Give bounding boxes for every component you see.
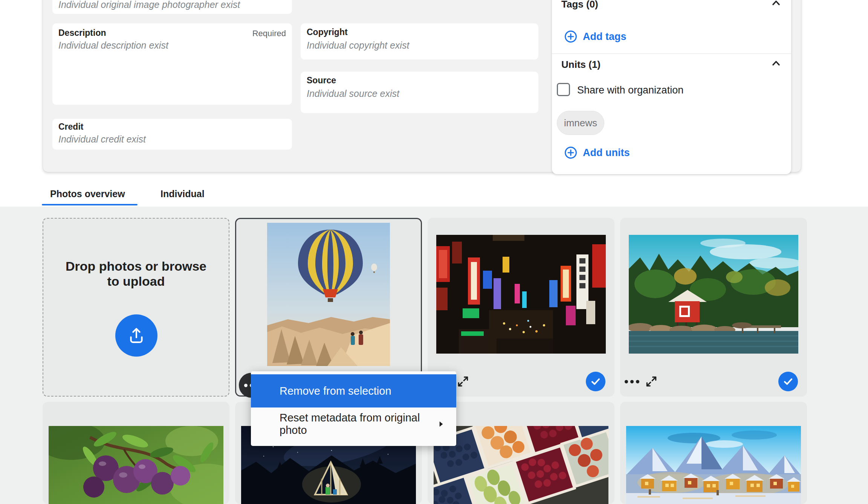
add-units-button[interactable]: Add units bbox=[564, 145, 630, 161]
photo-cabin[interactable] bbox=[629, 235, 798, 354]
selected-check-badge-tokyo[interactable] bbox=[586, 372, 605, 391]
unit-chip-label: imnews bbox=[564, 117, 597, 129]
unit-chip-imnews[interactable]: imnews bbox=[557, 111, 604, 135]
drop-photos-upload-zone[interactable] bbox=[43, 218, 229, 397]
chevron-up-icon bbox=[770, 0, 782, 9]
credit-placeholder: Individual credit exist bbox=[58, 134, 146, 145]
photo-balloon[interactable] bbox=[267, 223, 390, 366]
browse-upload-button[interactable] bbox=[115, 314, 157, 357]
credit-label: Credit bbox=[58, 122, 83, 132]
units-collapse-button[interactable] bbox=[770, 57, 782, 69]
selected-check-badge-cabin[interactable] bbox=[778, 372, 798, 391]
panel-divider bbox=[552, 54, 791, 54]
description-label: Description bbox=[58, 28, 106, 38]
upload-icon bbox=[125, 325, 147, 346]
photo-tokyo[interactable] bbox=[436, 235, 606, 354]
description-required-badge: Required bbox=[252, 29, 286, 38]
menu-item-label: Remove from selection bbox=[280, 385, 391, 397]
add-units-label: Add units bbox=[583, 147, 630, 159]
description-placeholder: Individual description exist bbox=[58, 40, 168, 51]
active-tab-underline bbox=[42, 204, 138, 205]
tags-collapse-button[interactable] bbox=[770, 0, 782, 9]
menu-item-reset-metadata[interactable]: Reset metadata from original photo bbox=[251, 407, 456, 441]
submenu-arrow-icon bbox=[436, 419, 446, 429]
expand-photo-button-cabin[interactable] bbox=[645, 375, 658, 388]
plus-circle-icon bbox=[564, 30, 578, 43]
photo-upload-page: Individual original image photographer e… bbox=[0, 0, 868, 504]
source-label: Source bbox=[307, 75, 336, 86]
photo-winter[interactable] bbox=[626, 426, 801, 504]
photographer-placeholder: Individual original image photographer e… bbox=[58, 0, 240, 10]
units-section-title: Units (1) bbox=[561, 59, 601, 70]
share-with-organization-checkbox[interactable] bbox=[557, 83, 570, 96]
photo-fruits[interactable] bbox=[434, 426, 608, 504]
copyright-label: Copyright bbox=[307, 27, 348, 37]
check-icon bbox=[782, 375, 795, 388]
tags-section-title: Tags (0) bbox=[561, 0, 598, 10]
chevron-up-icon bbox=[770, 57, 782, 69]
more-options-button-cabin[interactable] bbox=[625, 380, 639, 383]
copyright-placeholder: Individual copyright exist bbox=[307, 40, 409, 51]
add-tags-label: Add tags bbox=[583, 31, 627, 43]
expand-icon bbox=[457, 375, 469, 388]
expand-icon bbox=[645, 375, 658, 388]
menu-item-remove-from-selection[interactable]: Remove from selection bbox=[251, 374, 456, 407]
photo-plums[interactable] bbox=[49, 426, 223, 504]
menu-item-label: Reset metadata from original photo bbox=[280, 412, 436, 437]
drop-zone-title: Drop photos or browse to upload bbox=[61, 259, 211, 289]
expand-photo-button-tokyo[interactable] bbox=[457, 375, 469, 388]
plus-circle-icon bbox=[564, 146, 578, 159]
source-placeholder: Individual source exist bbox=[307, 88, 399, 99]
tab-photos-overview[interactable]: Photos overview bbox=[42, 188, 133, 199]
photo-context-menu: Remove from selection Reset metadata fro… bbox=[251, 371, 456, 446]
add-tags-button[interactable]: Add tags bbox=[564, 29, 627, 44]
share-with-organization-label: Share with organization bbox=[577, 84, 683, 96]
tab-individual[interactable]: Individual bbox=[152, 188, 213, 199]
check-icon bbox=[589, 375, 602, 388]
